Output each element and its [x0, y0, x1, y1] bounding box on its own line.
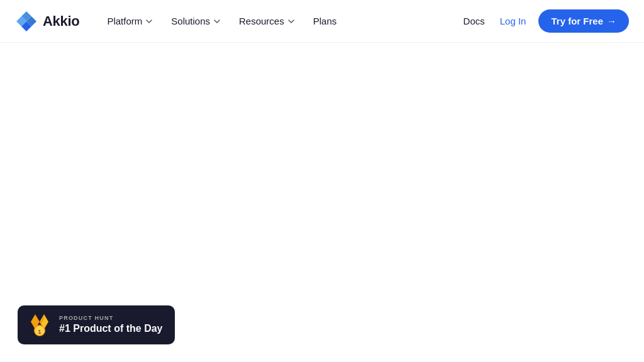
try-free-button[interactable]: Try for Free →: [538, 9, 629, 33]
logo-link[interactable]: Akkio: [15, 10, 79, 33]
try-free-arrow-icon: →: [607, 16, 616, 26]
docs-link[interactable]: Docs: [461, 11, 487, 31]
login-link[interactable]: Log In: [497, 11, 529, 31]
logo-text: Akkio: [43, 13, 79, 30]
product-hunt-badge[interactable]: 1 PRODUCT HUNT #1 Product of the Day: [18, 305, 175, 344]
main-nav: Akkio Platform Solutions Resources Plans…: [0, 0, 644, 43]
nav-resources-label: Resources: [239, 16, 284, 26]
resources-chevron-icon: [287, 17, 296, 26]
nav-item-platform[interactable]: Platform: [99, 11, 161, 31]
nav-platform-label: Platform: [107, 16, 142, 26]
nav-item-plans[interactable]: Plans: [306, 11, 345, 31]
nav-plans-label: Plans: [313, 16, 337, 26]
svg-text:1: 1: [38, 329, 41, 335]
nav-links: Platform Solutions Resources Plans: [99, 11, 460, 31]
nav-item-resources[interactable]: Resources: [231, 11, 303, 31]
medal-icon: 1: [28, 313, 52, 337]
nav-item-solutions[interactable]: Solutions: [164, 11, 229, 31]
nav-right: Docs Log In Try for Free →: [461, 9, 629, 33]
product-hunt-title: #1 Product of the Day: [59, 322, 162, 334]
try-free-label: Try for Free: [551, 16, 603, 26]
product-hunt-text: PRODUCT HUNT #1 Product of the Day: [59, 315, 162, 334]
akkio-logo-icon: [15, 10, 38, 33]
product-hunt-label: PRODUCT HUNT: [59, 315, 162, 321]
nav-solutions-label: Solutions: [171, 16, 210, 26]
solutions-chevron-icon: [213, 17, 221, 26]
main-content: 1 PRODUCT HUNT #1 Product of the Day: [0, 43, 644, 362]
platform-chevron-icon: [145, 17, 153, 26]
